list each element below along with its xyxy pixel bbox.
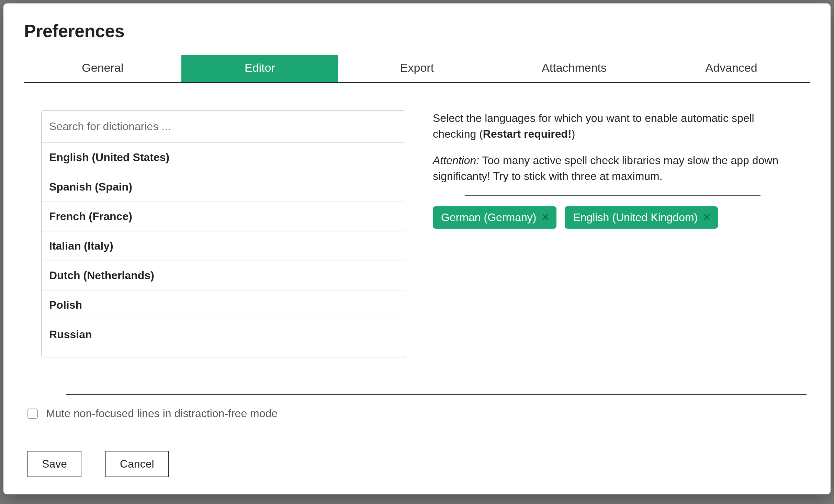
tab-editor[interactable]: Editor [181,55,339,82]
dialog-buttons: Save Cancel [27,451,807,477]
dialog-title: Preferences [24,21,810,41]
chip-label: German (Germany) [441,211,536,224]
tabs-bar: General Editor Export Attachments Advanc… [24,55,810,83]
tab-attachments[interactable]: Attachments [496,55,653,82]
dictionary-item[interactable]: Spanish (Spain) [42,172,405,202]
preferences-dialog: Preferences General Editor Export Attach… [3,3,831,494]
language-chip: English (United Kingdom) ✕ [565,206,718,229]
spellcheck-attention: Attention: Too many active spell check l… [433,152,793,184]
tab-export[interactable]: Export [338,55,496,82]
cancel-button[interactable]: Cancel [105,451,169,477]
remove-chip-icon[interactable]: ✕ [541,212,550,222]
remove-chip-icon[interactable]: ✕ [702,212,711,222]
mute-checkbox[interactable] [27,409,38,419]
dictionary-item[interactable]: Italian (Italy) [42,231,405,261]
tab-advanced[interactable]: Advanced [653,55,810,82]
dictionary-item[interactable]: Polish [42,290,405,320]
spellcheck-info: Select the languages for which you want … [433,110,793,385]
language-chip: German (Germany) ✕ [433,206,556,229]
mute-label: Mute non-focused lines in distraction-fr… [46,407,278,420]
editor-pane: English (United States) Spanish (Spain) … [24,110,810,385]
dictionary-list[interactable]: English (United States) Spanish (Spain) … [42,143,405,357]
save-button[interactable]: Save [27,451,81,477]
selected-languages: German (Germany) ✕ English (United Kingd… [433,206,793,229]
dictionary-item[interactable]: Dutch (Netherlands) [42,261,405,290]
dictionary-item[interactable]: French (France) [42,202,405,231]
dialog-footer: Mute non-focused lines in distraction-fr… [24,385,810,477]
dictionary-search-input[interactable] [42,111,405,143]
tab-general[interactable]: General [24,55,181,82]
divider [465,195,760,196]
divider [66,394,807,395]
dictionary-listbox: English (United States) Spanish (Spain) … [41,110,405,357]
mute-option: Mute non-focused lines in distraction-fr… [27,407,807,420]
dictionary-picker: English (United States) Spanish (Spain) … [41,110,405,385]
dictionary-item[interactable]: Russian [42,320,405,349]
dictionary-item[interactable]: English (United States) [42,143,405,172]
spellcheck-description: Select the languages for which you want … [433,110,793,142]
chip-label: English (United Kingdom) [573,211,698,224]
